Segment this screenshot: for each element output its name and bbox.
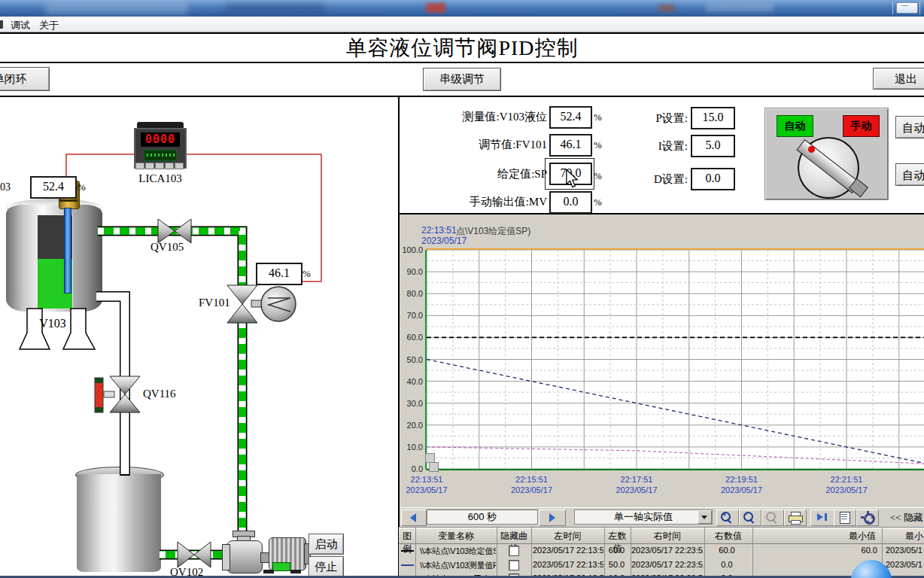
tank-level-value: 52.4 [30, 176, 77, 199]
start-button[interactable]: 启动 [309, 534, 344, 555]
measure-label: 测量值:V103液位 [418, 110, 547, 124]
start-button-label: 启动 [315, 538, 338, 550]
exit-button[interactable]: 退出 [873, 68, 924, 90]
auto-button-1[interactable]: 自动 [895, 116, 924, 138]
menu-item-debug[interactable]: 调试 [11, 19, 30, 32]
setpoint-label: 给定值:SP [418, 167, 547, 181]
fv101-unit: % [302, 268, 311, 280]
cell-left-value: 60.0 [604, 546, 629, 555]
y-axis-label: 60.0 [394, 333, 423, 342]
cascade-control-button[interactable]: 串级调节 [423, 68, 501, 91]
interval-value: 600 秒 [468, 511, 497, 522]
adjust-unit: % [594, 139, 602, 151]
controller-lower-display [144, 150, 177, 161]
window-button-separator [892, 2, 893, 14]
measure-unit: % [594, 111, 602, 123]
y-axis-label: 40.0 [394, 377, 423, 386]
trend-toolbar: 600 秒 单一轴实际值 + - [400, 507, 924, 527]
zoom-in-button[interactable]: + [716, 510, 739, 526]
exit-button-label: 退出 [895, 73, 917, 85]
x-axis-time-label: 22:17:51 [610, 475, 663, 484]
chart-drag-handle[interactable] [429, 462, 439, 472]
valve-qv116-label: QV116 [143, 388, 176, 400]
x-axis-date-label: 2023/05/17 [506, 485, 558, 494]
setpoint-unit: % [594, 170, 602, 182]
i-setting-input[interactable]: 5.0 [691, 135, 735, 157]
titlebar-blur-decoration [706, 3, 774, 12]
settings-button[interactable] [856, 510, 879, 526]
d-setting-input[interactable]: 0.0 [691, 168, 735, 190]
zoom-out-button[interactable]: - [739, 510, 761, 526]
controller-display: 0000 [141, 132, 180, 147]
stop-button[interactable]: 停止 [309, 556, 344, 577]
x-axis-time-label: 22:15:51 [506, 475, 558, 484]
menu-item-clipped[interactable] [0, 20, 3, 29]
valve-qv116[interactable] [95, 376, 140, 412]
process-piping [0, 96, 398, 578]
adjust-label: 调节值:FV101 [418, 138, 547, 152]
auto-lamp-label: 自动 [785, 120, 806, 132]
left-arrow-icon [410, 513, 416, 522]
report-button[interactable] [834, 510, 856, 526]
legend-line [401, 564, 414, 566]
zoom-reset-button-disabled [761, 510, 784, 526]
cell-right-value: 0.0 [704, 560, 749, 569]
y-axis-label: 100.0 [394, 245, 423, 254]
dropdown-arrow-button[interactable] [698, 510, 712, 524]
minimize-button[interactable]: — [896, 2, 918, 14]
controller-label: LICA103 [126, 172, 194, 185]
fv101-value: 46.1 [256, 263, 302, 285]
col-header-ltime: 左时间 [531, 530, 604, 543]
cell-left-value: 50.0 [604, 560, 629, 569]
titlebar-blur-decoration [426, 3, 445, 13]
menu-item-about[interactable]: 关于 [39, 19, 59, 32]
controller-lica103: 0000 [134, 122, 187, 169]
variable-table: 图例 变量名称 隐藏曲线 左时间 左数值 右时间 右数值 最小值 最小 \\本站… [399, 527, 924, 578]
right-arrow-icon [549, 513, 555, 522]
app-window: — 调试 关于 单容液位调节阀PID控制 单闭环 串级调节 退出 [0, 0, 924, 578]
tank-label: V103 [23, 317, 83, 330]
x-axis-date-label: 2023/05/17 [820, 485, 873, 494]
mode-knob-indicator [808, 146, 815, 153]
valve-fv101[interactable] [227, 285, 296, 323]
single-loop-button[interactable]: 单闭环 [0, 67, 50, 91]
table-row: \\本站点\V103给定值SP 2023/05/17 22:13:51 60.0… [399, 543, 924, 558]
p-setting-input[interactable]: 15.0 [691, 107, 735, 129]
titlebar-blur-decoration [45, 2, 188, 14]
cell-right-time: 2023/05/17 22:23:51 [631, 560, 704, 569]
hide-curve-checkbox[interactable] [509, 546, 519, 556]
titlebar-blur-decoration [226, 3, 324, 13]
x-axis-date-label: 2023/05/17 [610, 485, 663, 494]
print-button[interactable] [784, 510, 807, 526]
y-axis-label: 0.0 [394, 464, 423, 473]
cell-min-value: 60.0 [752, 546, 877, 555]
tank-level-unit: % [78, 181, 86, 193]
actuator-diaphragm [261, 287, 296, 321]
manual-output-input[interactable]: 0.0 [549, 191, 592, 214]
interval-input[interactable]: 600 秒 [427, 510, 538, 525]
divider [0, 62, 924, 63]
y-axis-label: 90.0 [394, 267, 423, 276]
pause-resume-button[interactable] [810, 510, 836, 526]
x-axis-time-label: 22:21:51 [820, 475, 873, 484]
manual-output-label: 手动输出值:MV [410, 195, 547, 209]
y-axis-label: 50.0 [394, 355, 423, 364]
auto-button-2[interactable]: 自动 [895, 163, 924, 186]
single-loop-button-label: 单闭环 [0, 73, 27, 85]
hide-curve-checkbox[interactable] [509, 560, 519, 570]
y-axis-label: 70.0 [394, 311, 423, 320]
col-header-min: 最小值 [752, 530, 882, 543]
window-button-separator [919, 2, 920, 14]
axis-mode-dropdown[interactable]: 单一轴实际值 [574, 510, 713, 525]
menu-bar: 调试 关于 [0, 17, 924, 32]
manual-lamp: 手动 [843, 115, 880, 137]
valve-qv105[interactable] [158, 219, 191, 243]
scroll-left-button[interactable] [401, 510, 427, 526]
valve-qv102[interactable] [178, 542, 211, 567]
y-axis-label: 30.0 [394, 399, 423, 408]
auto-button-2-label: 自动 [902, 169, 924, 181]
hide-panel-button[interactable]: << 隐藏 [890, 511, 923, 525]
axis-mode-value: 单一轴实际值 [614, 511, 673, 522]
cell-left-time: 2023/05/17 22:13:51 [533, 546, 603, 555]
scroll-right-button[interactable] [539, 510, 566, 526]
